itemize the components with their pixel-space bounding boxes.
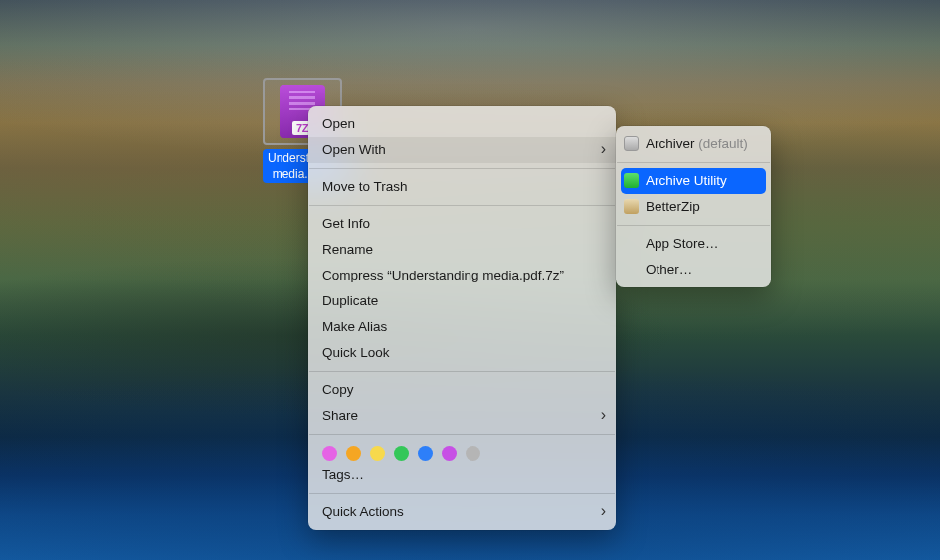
tag-color-row (308, 440, 616, 463)
menu-item-quick-look[interactable]: Quick Look (308, 340, 616, 366)
menu-item-quick-actions[interactable]: Quick Actions (308, 499, 616, 525)
menu-item-open[interactable]: Open (308, 111, 616, 137)
menu-item-compress[interactable]: Compress “Understanding media.pdf.7z” (308, 263, 616, 288)
menu-item-share[interactable]: Share (308, 403, 616, 429)
submenu-item-other[interactable]: Other… (616, 257, 771, 282)
menu-separator (309, 434, 615, 435)
menu-item-copy[interactable]: Copy (308, 377, 616, 403)
archive-utility-icon (624, 173, 639, 188)
menu-item-move-to-trash[interactable]: Move to Trash (308, 174, 616, 200)
submenu-item-archiver[interactable]: Archiver (default) (616, 131, 771, 157)
menu-separator (617, 162, 770, 163)
submenu-item-app-store[interactable]: App Store… (616, 231, 771, 257)
menu-item-make-alias[interactable]: Make Alias (308, 314, 616, 340)
submenu-item-archive-utility[interactable]: Archive Utility (621, 168, 766, 194)
menu-separator (309, 493, 615, 494)
menu-item-duplicate[interactable]: Duplicate (308, 288, 616, 314)
menu-separator (309, 168, 615, 169)
menu-item-get-info[interactable]: Get Info (308, 211, 616, 237)
default-suffix: (default) (698, 136, 748, 151)
tag-dot[interactable] (346, 446, 361, 461)
tag-dot[interactable] (418, 446, 433, 461)
open-with-submenu: Archiver (default) Archive Utility Bette… (616, 126, 771, 287)
tag-dot[interactable] (466, 446, 480, 461)
tag-dot[interactable] (394, 446, 409, 461)
tag-dot[interactable] (370, 446, 385, 461)
menu-item-rename[interactable]: Rename (308, 237, 616, 263)
tag-dot[interactable] (322, 446, 337, 461)
menu-separator (309, 371, 615, 372)
menu-item-tags[interactable]: Tags… (308, 463, 616, 488)
tag-dot[interactable] (442, 446, 457, 461)
submenu-item-betterzip[interactable]: BetterZip (616, 194, 771, 220)
menu-separator (617, 225, 770, 226)
archiver-icon (624, 136, 639, 151)
betterzip-icon (624, 199, 639, 214)
menu-separator (309, 205, 615, 206)
context-menu: Open Open With Move to Trash Get Info Re… (308, 106, 616, 530)
menu-item-open-with[interactable]: Open With (308, 137, 616, 163)
